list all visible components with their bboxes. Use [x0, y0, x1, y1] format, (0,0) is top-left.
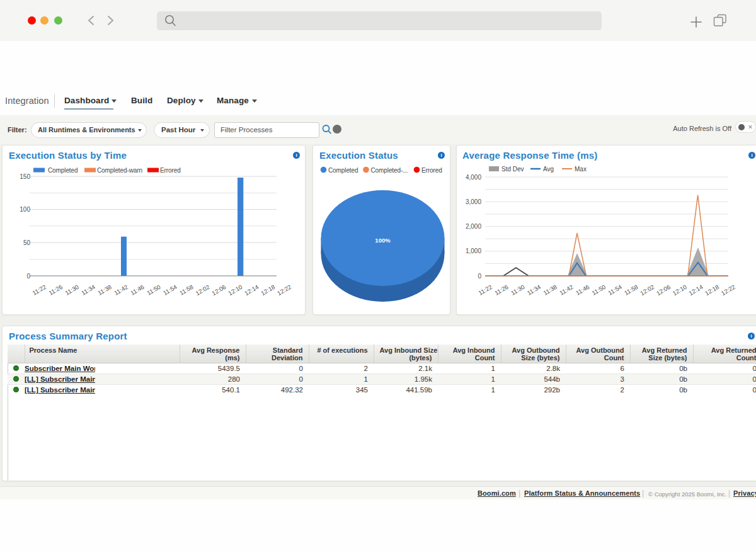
- svg-text:0: 0: [26, 273, 30, 280]
- svg-text:11:22: 11:22: [478, 283, 493, 297]
- svg-text:Max: Max: [575, 166, 587, 173]
- svg-text:4,000: 4,000: [466, 174, 481, 181]
- svg-text:12:22: 12:22: [276, 283, 292, 297]
- svg-text:11:22: 11:22: [32, 283, 47, 297]
- svg-text:12:06: 12:06: [655, 283, 672, 297]
- svg-text:11:58: 11:58: [178, 283, 194, 297]
- svg-text:Avg: Avg: [543, 166, 554, 173]
- svg-text:11:54: 11:54: [607, 283, 622, 297]
- svg-text:Errored: Errored: [160, 167, 181, 174]
- svg-text:12:22: 12:22: [720, 283, 736, 297]
- svg-text:100: 100: [20, 206, 30, 213]
- svg-text:100%: 100%: [375, 237, 391, 244]
- svg-text:3,000: 3,000: [466, 198, 481, 205]
- svg-text:11:26: 11:26: [48, 283, 64, 297]
- svg-text:11:50: 11:50: [591, 283, 607, 297]
- svg-text:12:02: 12:02: [194, 283, 210, 297]
- svg-text:11:46: 11:46: [129, 283, 145, 297]
- svg-text:11:26: 11:26: [493, 283, 509, 297]
- svg-text:11:42: 11:42: [558, 283, 574, 297]
- svg-text:11:34: 11:34: [80, 283, 96, 297]
- svg-text:50: 50: [23, 239, 31, 246]
- svg-text:12:14: 12:14: [687, 283, 704, 297]
- svg-text:12:14: 12:14: [243, 283, 260, 297]
- svg-text:11:30: 11:30: [510, 283, 525, 297]
- svg-text:12:10: 12:10: [672, 283, 688, 297]
- svg-text:11:38: 11:38: [96, 283, 112, 297]
- svg-text:Completed: Completed: [48, 167, 77, 174]
- svg-text:11:42: 11:42: [113, 283, 129, 297]
- svg-text:Completed-...: Completed-...: [371, 167, 408, 174]
- svg-text:Std Dev: Std Dev: [501, 166, 524, 173]
- svg-text:11:30: 11:30: [64, 283, 79, 297]
- svg-text:2,000: 2,000: [466, 223, 481, 230]
- svg-text:0: 0: [478, 273, 481, 280]
- svg-text:11:38: 11:38: [542, 283, 558, 297]
- svg-text:11:34: 11:34: [526, 283, 542, 297]
- svg-text:12:02: 12:02: [639, 283, 655, 297]
- svg-text:150: 150: [20, 173, 30, 180]
- svg-text:12:06: 12:06: [210, 283, 227, 297]
- svg-text:Completed: Completed: [328, 167, 358, 174]
- svg-text:12:18: 12:18: [260, 283, 276, 297]
- svg-text:Errored: Errored: [421, 167, 442, 174]
- svg-text:11:46: 11:46: [575, 283, 590, 297]
- svg-text:1,000: 1,000: [466, 248, 481, 254]
- svg-text:11:50: 11:50: [146, 283, 161, 297]
- svg-text:11:54: 11:54: [162, 283, 178, 297]
- svg-text:12:18: 12:18: [704, 283, 720, 297]
- svg-text:Completed-warn: Completed-warn: [97, 167, 142, 174]
- svg-text:12:10: 12:10: [227, 283, 243, 297]
- svg-text:11:58: 11:58: [623, 283, 639, 297]
